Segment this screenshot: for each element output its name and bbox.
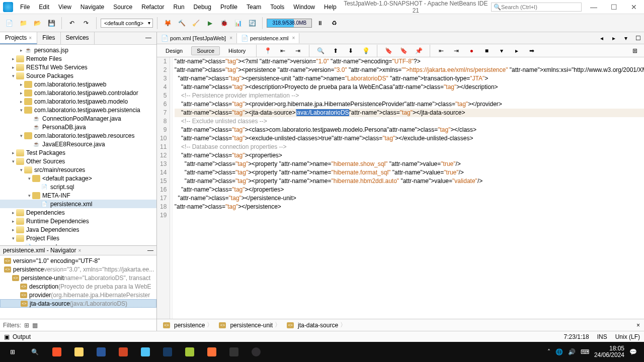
undo-icon[interactable]: ↶ [66,17,78,29]
config-dropdown[interactable]: <default config> [101,19,153,28]
twisty-icon[interactable]: ▸ [18,99,24,104]
services-tab[interactable]: Services [61,32,95,44]
maximize-button[interactable]: ☐ [604,2,624,12]
code-line[interactable]: "attr-name">class="tag"><provider>org.hi… [175,100,644,109]
toggle-highlight-icon[interactable]: 💡 [360,45,372,57]
goto-icon[interactable]: ➡ [526,45,538,57]
twisty-icon[interactable]: ▾ [10,73,16,78]
notepad-icon[interactable] [179,344,200,360]
breadcrumb-item[interactable]: <>persistence-unit 〉 [217,320,283,330]
twisty-icon[interactable]: ▾ [10,159,16,164]
editor-tab[interactable]: 📄 persistence.xml × [237,33,299,43]
tray-chevron-icon[interactable]: ˄ [547,348,550,355]
tab-list-icon[interactable]: ▾ [620,32,632,44]
code-line[interactable]: "attr-name">class="tag"><persistence-uni… [175,74,644,83]
nav-node[interactable]: <>description (Proyecto de prueba para l… [0,282,156,291]
menu-source[interactable]: Source [109,2,136,13]
close-breadcrumb-icon[interactable]: × [636,322,640,329]
menu-help[interactable]: Help [320,2,341,13]
code-line[interactable] [175,211,644,220]
code-line[interactable]: "attr-name">class="tag"><class>com.labor… [175,126,644,134]
global-search[interactable]: 🔍 [491,3,582,12]
code-line[interactable]: <!-- Exclude unlisted classes --> [175,117,644,126]
twisty-icon[interactable]: ▸ [10,65,16,70]
menu-tools[interactable]: Tools [266,2,288,13]
shift-left-icon[interactable]: ⇤ [435,45,447,57]
split-icon[interactable]: ⊞ [629,45,641,57]
design-view-button[interactable]: Design [160,46,188,55]
twisty-icon[interactable]: ▸ [10,227,16,232]
code-line[interactable]: <!-- Persistence provider implementation… [175,92,644,100]
minimize-icon[interactable]: — [147,247,153,254]
explorer-icon[interactable] [68,344,90,360]
run-icon[interactable]: ▶ [204,17,216,29]
new-file-icon[interactable]: 📄 [3,17,15,29]
language-icon[interactable]: ⌨ [581,348,589,355]
find-selection-icon[interactable]: 🔍 [314,45,327,57]
menu-team[interactable]: Team [243,2,265,13]
output-label[interactable]: Output [13,333,31,340]
twisty-icon[interactable]: ▾ [18,133,24,138]
tree-node[interactable]: ▸Test Packages [0,148,156,157]
twisty-icon[interactable]: ▾ [26,176,32,181]
tree-node[interactable]: 📄script.sql [0,183,156,191]
code-line[interactable]: "attr-name">class="tag"><persistence "at… [175,66,644,74]
tree-node[interactable]: ▾com.laboratorio.testjpaweb.persistencia [0,106,156,114]
filter-attributes-icon[interactable]: ⊞ [24,322,29,329]
macro-record-icon[interactable]: ● [465,45,477,57]
menu-view[interactable]: View [54,2,75,13]
breadcrumb-item[interactable]: <>persistence 〉 [161,320,215,330]
nav-node[interactable]: <>provider (org.hibernate.jpa.HibernateP… [0,291,156,299]
code-line[interactable]: "attr-name">class="tag"><?xml "attr-name… [175,57,644,66]
network-icon[interactable]: 🌐 [555,348,563,355]
next-tab-icon[interactable]: ▸ [608,32,620,44]
debug-icon[interactable]: 🐞 [218,17,230,29]
start-button[interactable]: ⊞ [2,344,23,360]
memory-gauge[interactable]: 318.9/538.0MB [267,19,312,28]
breadcrumb-item[interactable]: <>jta-data-source 〉 [285,320,348,330]
twisty-icon[interactable]: ▸ [10,219,16,224]
save-all-icon[interactable]: 💾 [45,17,57,29]
twisty-icon[interactable]: ▸ [18,48,24,53]
twisty-icon[interactable]: ▾ [26,193,32,198]
volume-icon[interactable]: 🔊 [568,348,576,355]
redo-icon[interactable]: ↷ [80,17,92,29]
prev-bookmark-icon[interactable]: 🔖 [382,45,394,57]
word-icon[interactable] [91,344,112,360]
tree-node[interactable]: ▸Remote Files [0,54,156,63]
find-prev-icon[interactable]: ⬆ [330,45,342,57]
uncomment-icon[interactable]: ▸ [511,45,523,57]
code-line[interactable]: "attr-name">class="tag"><properties> [175,151,644,160]
history-view-button[interactable]: History [223,46,251,55]
tree-node[interactable]: 📄persistence.xml [0,200,156,208]
firefox-icon[interactable] [201,344,222,360]
files-tab[interactable]: Files [37,32,60,44]
maximize-editor-icon[interactable]: ☐ [632,32,644,44]
brave-icon[interactable] [46,344,67,360]
close-button[interactable]: ✕ [624,2,644,12]
nav-node[interactable]: <>persistence version="3.0", xmlns="http… [0,265,156,274]
tree-node[interactable]: ▾Other Sources [0,157,156,165]
tree-node[interactable]: ▸Dependencies [0,208,156,217]
gc-icon[interactable]: ♻ [328,17,340,29]
menu-debug[interactable]: Debug [190,2,215,13]
code-content[interactable]: "attr-name">class="tag"><?xml "attr-name… [173,57,644,319]
source-view-button[interactable]: Source [191,46,220,55]
twisty-icon[interactable]: ▾ [10,236,16,241]
find-next-icon[interactable]: ⬇ [345,45,357,57]
code-line[interactable]: "attr-name">class="tag"><property "attr-… [175,177,644,186]
tree-node[interactable]: ▾<default package> [0,174,156,183]
obs-icon[interactable] [246,344,267,360]
powerpoint-icon[interactable] [113,344,134,360]
code-line[interactable]: "attr-name">class="tag"></persistence> [175,203,644,211]
projects-tab[interactable]: Projects× [0,32,37,44]
tree-node[interactable]: ▸Runtime Dependencies [0,217,156,225]
filter-content-icon[interactable]: ▦ [32,322,38,329]
tree-node[interactable]: ▾Source Packages [0,71,156,80]
macro-stop-icon[interactable]: ■ [480,45,493,57]
tree-node[interactable]: ▾Project Files [0,234,156,242]
twisty-icon[interactable]: ▾ [18,167,24,172]
minimize-button[interactable]: — [584,2,604,12]
tree-node[interactable]: ▸com.laboratorio.testjpaweb.modelo [0,97,156,106]
menu-file[interactable]: File [16,2,34,13]
